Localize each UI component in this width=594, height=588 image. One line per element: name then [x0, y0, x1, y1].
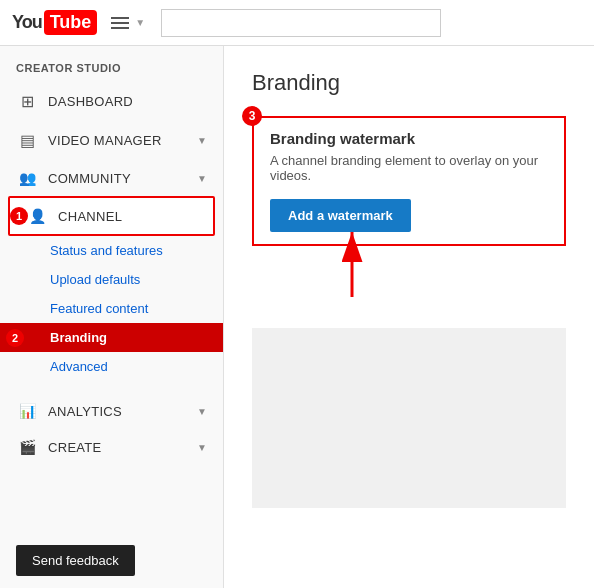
main-content: Branding 3 Branding watermark A channel … [224, 46, 594, 588]
sidebar-bottom: Send feedback [0, 533, 223, 588]
dashboard-icon [16, 92, 38, 111]
sidebar-label-community: COMMUNITY [48, 171, 197, 186]
channel-icon [26, 208, 48, 224]
watermark-box: Branding watermark A channel branding el… [252, 116, 566, 246]
send-feedback-button[interactable]: Send feedback [16, 545, 135, 576]
add-watermark-button[interactable]: Add a watermark [270, 199, 411, 232]
chevron-down-icon-analytics: ▼ [197, 406, 207, 417]
arrow-container [252, 252, 566, 312]
sidebar-item-channel[interactable]: CHANNEL [8, 196, 215, 236]
sidebar-item-video-manager[interactable]: VIDEO MANAGER ▼ [0, 121, 223, 160]
gray-area [252, 328, 566, 508]
annotation-badge-3: 3 [242, 106, 262, 126]
sidebar-item-community[interactable]: COMMUNITY ▼ [0, 160, 223, 196]
sidebar-subitem-advanced[interactable]: Advanced [0, 352, 223, 381]
community-icon [16, 170, 38, 186]
chevron-down-icon-community: ▼ [197, 173, 207, 184]
sidebar-label-create: CREATE [48, 440, 197, 455]
annotation-badge-1: 1 [10, 207, 28, 225]
branding-wrapper: 2 Branding [0, 323, 223, 352]
section-title: Branding watermark [270, 130, 548, 147]
channel-wrapper: 1 CHANNEL [4, 196, 219, 236]
create-icon [16, 439, 38, 455]
sidebar-label-channel: CHANNEL [58, 209, 197, 224]
annotation-badge-2: 2 [6, 329, 24, 347]
dropdown-arrow-icon: ▼ [135, 17, 145, 28]
chevron-down-icon-create: ▼ [197, 442, 207, 453]
body: CREATOR STUDIO DASHBOARD VIDEO MANAGER ▼… [0, 46, 594, 588]
branding-section: 3 Branding watermark A channel branding … [252, 116, 566, 262]
yt-text: You [12, 12, 42, 33]
youtube-logo[interactable]: You Tube [12, 10, 97, 35]
section-desc: A channel branding element to overlay on… [270, 153, 548, 183]
sidebar-label-video-manager: VIDEO MANAGER [48, 133, 197, 148]
search-input[interactable] [161, 9, 441, 37]
video-icon [16, 131, 38, 150]
yt-box: Tube [44, 10, 98, 35]
sidebar-item-dashboard[interactable]: DASHBOARD [0, 82, 223, 121]
sidebar-subitem-upload[interactable]: Upload defaults [0, 265, 223, 294]
sidebar-subitem-status[interactable]: Status and features [0, 236, 223, 265]
sidebar-item-analytics[interactable]: ANALYTICS ▼ [0, 393, 223, 429]
sidebar-item-create[interactable]: CREATE ▼ [0, 429, 223, 465]
sidebar-label-analytics: ANALYTICS [48, 404, 197, 419]
chevron-down-icon: ▼ [197, 135, 207, 146]
hamburger-icon[interactable] [111, 17, 129, 29]
sidebar-label-dashboard: DASHBOARD [48, 94, 207, 109]
analytics-icon [16, 403, 38, 419]
sidebar-title: CREATOR STUDIO [0, 46, 223, 82]
sidebar-subitem-branding[interactable]: Branding [0, 323, 223, 352]
sidebar-subitem-featured[interactable]: Featured content [0, 294, 223, 323]
sidebar: CREATOR STUDIO DASHBOARD VIDEO MANAGER ▼… [0, 46, 224, 588]
header-search [161, 9, 582, 37]
header: You Tube ▼ [0, 0, 594, 46]
page-title: Branding [252, 70, 566, 96]
